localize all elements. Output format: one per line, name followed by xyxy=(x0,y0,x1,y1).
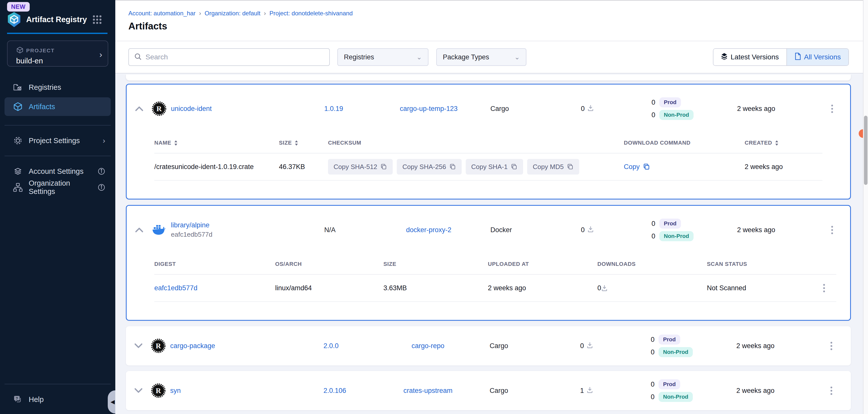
expand-toggle-button[interactable] xyxy=(127,227,152,233)
package-types-filter-dropdown[interactable]: Package Types ⌄ xyxy=(436,48,526,66)
copy-checksum-button[interactable]: Copy SHA-256 xyxy=(397,159,461,175)
column-header: CHECKSUM xyxy=(328,140,624,146)
deployment-badges: 0Prod0Non-Prod xyxy=(625,218,731,241)
sidebar-item-account-settings[interactable]: Account Settings xyxy=(0,163,115,179)
breadcrumb-project-link[interactable]: Project: donotdelete-shivanand xyxy=(269,10,353,17)
artifact-registry-link[interactable]: crates-upstream xyxy=(403,387,453,394)
sidebar-collapse-handle[interactable]: ◀ xyxy=(108,390,115,414)
sidebar-item-organization-settings[interactable]: Organization Settings xyxy=(0,179,115,196)
chevron-up-icon xyxy=(135,106,144,111)
artifact-name-cell: library/alpineeafc1edb577d xyxy=(152,221,293,238)
expand-toggle-button[interactable] xyxy=(126,343,151,349)
artifact-registry-link[interactable]: cargo-repo xyxy=(412,342,444,350)
artifact-name-lines: syn xyxy=(170,387,181,394)
artifact-version-link[interactable]: 2.0.106 xyxy=(323,387,346,394)
latest-versions-label: Latest Versions xyxy=(731,53,779,61)
prod-badge-line: 0Prod xyxy=(624,379,680,389)
copy-checksum-button[interactable]: Copy SHA-1 xyxy=(466,159,523,175)
search-box[interactable] xyxy=(128,48,330,66)
copy-checksum-button[interactable]: Copy MD5 xyxy=(527,159,579,175)
all-versions-button[interactable]: All Versions xyxy=(786,49,848,65)
nonprod-badge-line: 0Non-Prod xyxy=(624,347,693,357)
latest-versions-button[interactable]: Latest Versions xyxy=(713,49,786,65)
artifact-registry-cell: cargo-repo xyxy=(383,342,473,350)
search-input[interactable] xyxy=(146,53,324,61)
artifact-downloads: 1 xyxy=(549,387,624,395)
artifact-updated-time: 2 weeks ago xyxy=(730,342,813,350)
nonprod-count: 0 xyxy=(625,232,655,240)
artifact-name-link[interactable]: cargo-package xyxy=(170,342,215,350)
artifact-registry-cell: cargo-up-temp-123 xyxy=(383,105,474,113)
scrollbar-thumb[interactable] xyxy=(864,116,868,185)
manifest-table-header-row: DIGESTOS/ARCHSIZEUPLOADED ATDOWNLOADSSCA… xyxy=(154,254,836,275)
breadcrumb-account-link[interactable]: Account: automation_har xyxy=(128,10,195,17)
files-table-row: /cratesunicode-ident-1.0.19.crate46.37KB… xyxy=(154,153,823,181)
rust-icon: R xyxy=(151,339,166,353)
manifest-downloads: 0 xyxy=(597,284,707,292)
copy-icon xyxy=(643,163,650,171)
column-header[interactable]: NAME xyxy=(154,140,279,146)
uploaded-at: 2 weeks ago xyxy=(488,284,597,292)
help-button[interactable]: ? Help xyxy=(0,391,115,408)
app-switcher-grid-icon[interactable] xyxy=(92,14,102,25)
chevron-right-icon: › xyxy=(103,136,105,145)
kebab-menu-button[interactable] xyxy=(813,342,849,350)
copy-download-command-button[interactable]: Copy xyxy=(624,163,650,171)
nonprod-count: 0 xyxy=(624,348,654,356)
copy-icon xyxy=(449,163,456,170)
manifest-size: 3.63MB xyxy=(383,284,488,292)
expand-toggle-button[interactable] xyxy=(127,106,152,111)
info-icon[interactable] xyxy=(98,184,105,191)
column-header: DOWNLOADS xyxy=(597,261,707,267)
column-header[interactable]: SIZE xyxy=(279,140,328,146)
svg-text:R: R xyxy=(157,105,162,113)
kebab-menu-button[interactable] xyxy=(814,105,850,113)
help-label: Help xyxy=(29,395,44,404)
chevron-down-icon: ⌄ xyxy=(416,53,422,61)
deployment-badges: 0Prod0Non-Prod xyxy=(624,335,730,357)
prod-badge: Prod xyxy=(659,218,681,229)
artifact-summary-row: library/alpineeafc1edb577dN/Adocker-prox… xyxy=(127,206,850,254)
column-header[interactable]: CREATED xyxy=(745,140,824,146)
scrollbar-track[interactable] xyxy=(863,0,868,414)
artifact-name-link[interactable]: library/alpine xyxy=(171,221,213,229)
registries-filter-dropdown[interactable]: Registries ⌄ xyxy=(337,48,429,66)
sidebar-item-artifacts[interactable]: Artifacts xyxy=(4,97,111,116)
sidebar-divider xyxy=(4,384,111,384)
artifact-version-link[interactable]: 2.0.0 xyxy=(323,342,339,350)
artifact-registry-link[interactable]: cargo-up-temp-123 xyxy=(400,105,458,113)
sidebar-item-project-settings[interactable]: Project Settings › xyxy=(0,133,115,149)
kebab-menu-button[interactable] xyxy=(810,284,838,292)
digest-link[interactable]: eafc1edb577d xyxy=(154,284,197,292)
artifact-name-link[interactable]: syn xyxy=(170,387,181,394)
artifact-registry-link[interactable]: docker-proxy-2 xyxy=(406,226,452,234)
prod-badge-line: 0Prod xyxy=(625,97,681,107)
breadcrumb-organization-link[interactable]: Organization: default xyxy=(205,10,260,17)
deployment-badges: 0Prod0Non-Prod xyxy=(625,97,731,120)
deployment-badges: 0Prod0Non-Prod xyxy=(624,379,730,402)
expand-toggle-button[interactable] xyxy=(126,388,151,393)
artifact-name-link[interactable]: unicode-ident xyxy=(171,105,212,113)
kebab-menu-button[interactable] xyxy=(814,226,850,234)
info-icon[interactable] xyxy=(98,168,105,175)
sidebar-item-registries[interactable]: Registries xyxy=(0,79,115,95)
artifact-version-cell: 2.0.106 xyxy=(292,387,383,394)
column-header: OS/ARCH xyxy=(275,261,383,267)
artifact-version-cell: N/A xyxy=(293,226,383,234)
logo-row: Artifact Registry xyxy=(0,11,115,28)
project-selector[interactable]: PROJECT build-en › xyxy=(7,40,108,67)
copy-checksum-button[interactable]: Copy SHA-512 xyxy=(328,159,393,175)
prod-count: 0 xyxy=(624,336,654,344)
nonprod-badge: Non-Prod xyxy=(659,110,693,120)
project-cube-icon xyxy=(16,46,24,55)
docker-icon xyxy=(152,222,166,237)
copy-icon xyxy=(567,163,574,170)
layers-gear-icon xyxy=(12,166,23,177)
copy-icon xyxy=(510,163,518,170)
artifact-version-link[interactable]: 1.0.19 xyxy=(324,105,343,113)
kebab-menu-button[interactable] xyxy=(813,387,849,395)
artifact-downloads: 0 xyxy=(550,226,625,234)
card-bottom-padding xyxy=(127,181,850,199)
versions-toggle-group: Latest Versions All Versions xyxy=(713,48,849,66)
chevron-down-icon xyxy=(134,343,143,349)
